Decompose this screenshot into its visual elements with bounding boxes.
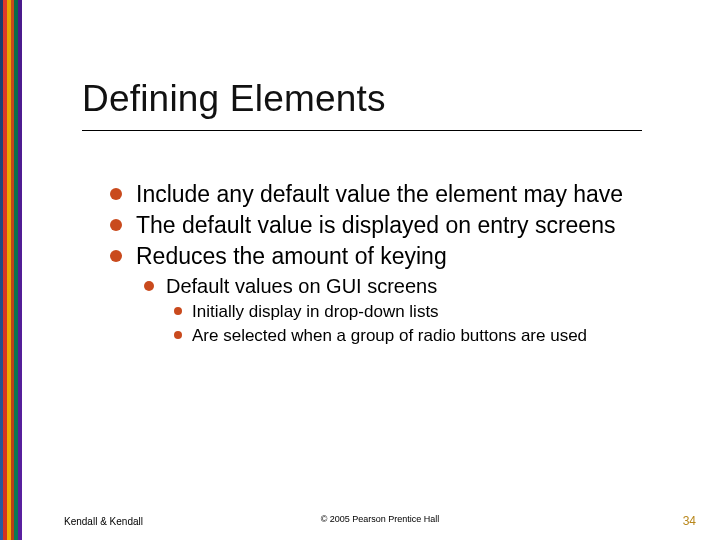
- list-item-text: Default values on GUI screens: [166, 275, 437, 297]
- slide: Defining Elements Include any default va…: [0, 0, 720, 540]
- slide-title: Defining Elements: [82, 78, 680, 120]
- bullet-list-level3: Initially display in drop-down lists Are…: [174, 301, 670, 346]
- footer-copyright: © 2005 Pearson Prentice Hall: [64, 514, 696, 524]
- bullet-list-level2: Default values on GUI screens Initially …: [144, 274, 670, 346]
- list-item-text: Reduces the amount of keying: [136, 243, 447, 269]
- title-underline: [82, 130, 642, 131]
- list-item: Are selected when a group of radio butto…: [174, 325, 670, 346]
- list-item: The default value is displayed on entry …: [110, 211, 670, 240]
- decorative-side-stripe: [0, 0, 22, 540]
- footer: Kendall & Kendall © 2005 Pearson Prentic…: [64, 514, 696, 528]
- list-item: Initially display in drop-down lists: [174, 301, 670, 322]
- list-item: Default values on GUI screens Initially …: [144, 274, 670, 346]
- list-item: Reduces the amount of keying Default val…: [110, 242, 670, 346]
- title-block: Defining Elements: [82, 78, 680, 131]
- body-content: Include any default value the element ma…: [110, 180, 670, 348]
- list-item: Include any default value the element ma…: [110, 180, 670, 209]
- bullet-list-level1: Include any default value the element ma…: [110, 180, 670, 346]
